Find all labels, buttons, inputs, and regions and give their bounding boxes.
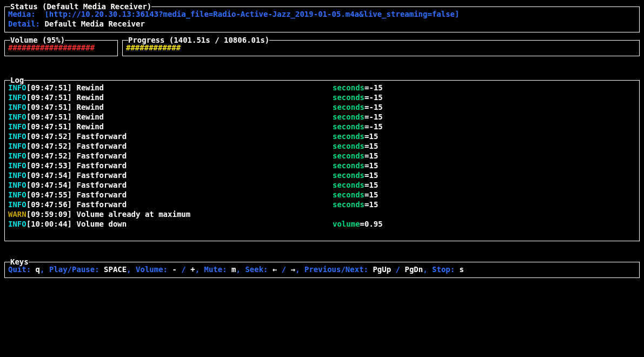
- log-panel: Log INFO[09:47:51] Rewindseconds=-15INFO…: [4, 80, 640, 241]
- keys-vol-plus[interactable]: +: [190, 265, 195, 274]
- log-kv-value: 15: [369, 132, 378, 141]
- keys-seek-right[interactable]: →: [291, 265, 295, 274]
- log-message: Rewind: [76, 122, 104, 131]
- log-message: Rewind: [76, 83, 104, 92]
- log-kv-value: -15: [369, 83, 382, 92]
- log-kv-key: seconds: [333, 171, 364, 180]
- log-message: Volume down: [76, 220, 127, 228]
- log-kv-key: seconds: [333, 103, 364, 111]
- log-level: INFO: [8, 122, 26, 131]
- log-line: INFO[09:47:51] Rewindseconds=-15: [8, 83, 636, 92]
- log-line: INFO[09:47:51] Rewindseconds=-15: [8, 92, 636, 102]
- log-message: Rewind: [76, 113, 104, 121]
- log-timestamp: [09:47:52]: [26, 151, 72, 160]
- log-line: INFO[09:47:52] Fastforwardseconds=15: [8, 151, 636, 161]
- log-kv-key: seconds: [333, 190, 364, 199]
- log-kv-key: seconds: [333, 200, 364, 209]
- keys-pn-dn[interactable]: PgDn: [404, 265, 423, 274]
- status-panel: Status (Default Media Receiver) Media: […: [4, 6, 640, 32]
- keys-title: Keys: [10, 257, 29, 267]
- log-kv-value: 15: [369, 151, 378, 160]
- log-level: INFO: [8, 132, 26, 141]
- keys-stop-key[interactable]: s: [460, 265, 464, 274]
- log-line: INFO[10:00:44] Volume downvolume=0.95: [8, 219, 636, 229]
- log-line: INFO[09:47:53] Fastforwardseconds=15: [8, 161, 636, 170]
- keys-play-key[interactable]: SPACE: [104, 265, 127, 274]
- log-line: INFO[09:47:54] Fastforwardseconds=15: [8, 180, 636, 190]
- log-timestamp: [09:47:52]: [26, 142, 72, 150]
- status-detail-label: Detail:: [8, 19, 44, 28]
- log-kv-value: -15: [369, 113, 382, 121]
- keys-stop-label: Stop:: [432, 265, 460, 274]
- log-kv-value: 15: [369, 190, 378, 199]
- log-kv-key: seconds: [333, 142, 364, 150]
- log-timestamp: [09:47:51]: [26, 122, 72, 131]
- log-timestamp: [09:47:54]: [26, 181, 72, 189]
- log-kv-key: seconds: [333, 181, 364, 189]
- keys-quit-key[interactable]: q: [36, 265, 40, 274]
- keys-pn-up[interactable]: PgUp: [373, 265, 391, 274]
- log-message: Fastforward: [76, 190, 127, 199]
- log-message: Fastforward: [76, 161, 127, 170]
- log-timestamp: [09:47:51]: [26, 83, 72, 92]
- log-level: INFO: [8, 113, 26, 121]
- log-title: Log: [10, 75, 24, 85]
- log-line: WARN[09:59:09] Volume already at maximum: [8, 209, 636, 219]
- keys-pn-slash: /: [391, 265, 404, 274]
- log-kv-value: 15: [369, 200, 378, 209]
- status-title: Status (Default Media Receiver): [10, 2, 151, 11]
- log-kv-key: seconds: [333, 93, 364, 102]
- log-message: Fastforward: [76, 171, 127, 180]
- log-timestamp: [09:47:51]: [26, 93, 72, 102]
- keys-sep-1: ,: [40, 265, 49, 274]
- keys-vol-label: Volume:: [136, 265, 172, 274]
- keys-sep-4: ,: [236, 265, 245, 274]
- log-level: INFO: [8, 200, 26, 209]
- log-timestamp: [09:47:53]: [26, 161, 72, 170]
- keys-vol-minus[interactable]: -: [172, 265, 176, 274]
- log-timestamp: [10:00:44]: [26, 220, 72, 228]
- log-kv-value: 15: [369, 181, 378, 189]
- log-level: INFO: [8, 142, 26, 150]
- log-message: Volume already at maximum: [76, 210, 190, 219]
- keys-pn-label: Previous/Next:: [304, 265, 373, 274]
- log-timestamp: [09:47:51]: [26, 103, 72, 111]
- log-kv-value: 15: [369, 161, 378, 170]
- log-kv-key: seconds: [333, 132, 364, 141]
- log-timestamp: [09:47:51]: [26, 113, 72, 121]
- log-timestamp: [09:47:54]: [26, 171, 72, 180]
- keys-seek-label: Seek:: [245, 265, 273, 274]
- log-level: INFO: [8, 181, 26, 189]
- log-line: INFO[09:47:54] Fastforwardseconds=15: [8, 170, 636, 180]
- keys-mute-key[interactable]: m: [231, 265, 236, 274]
- log-message: Rewind: [76, 103, 104, 111]
- keys-vol-slash: /: [177, 265, 190, 274]
- log-message: Fastforward: [76, 181, 127, 189]
- keys-mute-label: Mute:: [204, 265, 232, 274]
- log-kv-value: -15: [369, 93, 382, 102]
- log-kv-key: seconds: [333, 113, 364, 121]
- log-kv-key: seconds: [333, 151, 364, 160]
- log-line: INFO[09:47:56] Fastforwardseconds=15: [8, 200, 636, 209]
- keys-sep-3: ,: [195, 265, 204, 274]
- log-message: Fastforward: [76, 142, 127, 150]
- log-timestamp: [09:47:55]: [26, 190, 72, 199]
- log-message: Fastforward: [76, 132, 127, 141]
- status-detail-value: Default Media Receiver: [44, 19, 144, 28]
- log-kv-key: seconds: [333, 83, 364, 92]
- log-message: Fastforward: [76, 200, 127, 209]
- keys-sep-5: ,: [295, 265, 304, 274]
- log-line: INFO[09:47:51] Rewindseconds=-15: [8, 112, 636, 122]
- progress-title: Progress (1401.51s / 10806.01s): [128, 35, 269, 45]
- keys-line: Quit: q, Play/Pause: SPACE, Volume: - / …: [8, 265, 636, 274]
- log-level: INFO: [8, 220, 26, 228]
- log-kv-value: -15: [369, 103, 382, 111]
- log-kv-value: -15: [369, 122, 382, 131]
- log-level: INFO: [8, 103, 26, 111]
- log-level: INFO: [8, 190, 26, 199]
- log-level: INFO: [8, 161, 26, 170]
- keys-play-label: Play/Pause:: [49, 265, 104, 274]
- volume-title: Volume (95%): [10, 35, 65, 45]
- log-message: Fastforward: [76, 151, 127, 160]
- log-line: INFO[09:47:52] Fastforwardseconds=15: [8, 141, 636, 151]
